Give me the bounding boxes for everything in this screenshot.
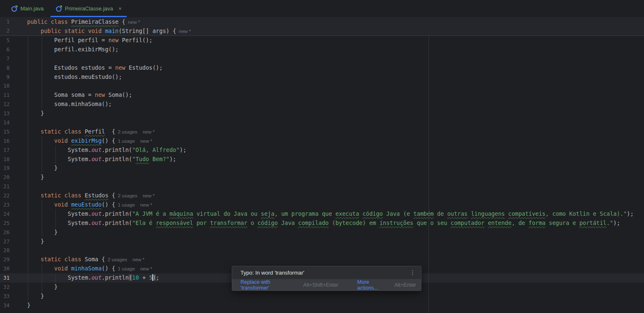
code-line[interactable]: 15 static class Perfil { 2 usages new * (0, 127, 644, 136)
line-number[interactable]: 17 (0, 146, 10, 155)
line-number[interactable]: 23 (0, 200, 10, 210)
code-line[interactable]: 8 Estudos estudos = new Estudos(); (0, 63, 644, 73)
inlay-hint[interactable]: 2 usages new * (105, 257, 145, 262)
line-number[interactable]: 14 (0, 118, 10, 127)
typo-message: Typo: In word 'transformar' (241, 270, 304, 276)
code-line[interactable]: 23 void meuEstudo() { 1 usage new * (0, 200, 644, 210)
more-actions-shortcut: Alt+Enter (394, 282, 416, 288)
code-line[interactable]: 28 (0, 246, 644, 255)
line-number[interactable]: 32 (0, 283, 10, 292)
line-number[interactable]: 19 (0, 164, 10, 173)
intention-popup-title-row: Typo: In word 'transformar' ⋮ (232, 266, 421, 279)
code-line[interactable]: 14 (0, 118, 644, 127)
line-number[interactable]: 12 (0, 100, 10, 109)
tab-label: Main.java (20, 5, 44, 12)
code-line[interactable]: 34} (0, 301, 644, 310)
line-number[interactable]: 33 (0, 292, 10, 301)
inlay-hint[interactable]: 1 usage new * (115, 266, 152, 271)
replace-action-shortcut: Alt+Shift+Enter (303, 282, 338, 288)
sticky-line[interactable]: 2 public static void main(String[] args)… (0, 26, 644, 35)
line-number[interactable]: 2 (0, 26, 10, 35)
code-line[interactable]: 12 soma.minhaSoma(); (0, 100, 644, 109)
replace-action-link[interactable]: Replace with 'transformer' (241, 279, 300, 291)
line-number[interactable]: 18 (0, 155, 10, 164)
kebab-menu-icon[interactable]: ⋮ (410, 269, 416, 276)
close-icon[interactable]: × (118, 6, 122, 11)
line-number[interactable]: 30 (0, 264, 10, 273)
inlay-hint[interactable]: new * (125, 20, 140, 25)
line-number[interactable]: 29 (0, 255, 10, 264)
line-number[interactable]: 5 (0, 36, 10, 45)
line-number[interactable]: 16 (0, 136, 10, 146)
line-number[interactable]: 25 (0, 219, 10, 228)
line-number[interactable]: 28 (0, 246, 10, 255)
code-line[interactable]: 7 (0, 54, 644, 63)
inlay-hint[interactable]: 1 usage new * (115, 139, 152, 144)
sticky-lines-panel: 1public class PrimeiraClasse { new *2 pu… (0, 17, 644, 36)
code-line[interactable]: 18 System.out.println("Tudo Bem?"); (0, 155, 644, 164)
code-line[interactable]: 26 } (0, 228, 644, 237)
inlay-hint[interactable]: new * (176, 29, 191, 34)
line-number[interactable]: 21 (0, 182, 10, 191)
code-line[interactable]: 16 void exibirMsg() { 1 usage new * (0, 136, 644, 146)
line-number[interactable]: 20 (0, 173, 10, 182)
line-number[interactable]: 1 (0, 17, 10, 26)
line-number[interactable]: 26 (0, 228, 10, 237)
inlay-hint[interactable]: 2 usages new * (115, 193, 155, 198)
java-class-icon (11, 5, 18, 12)
line-number[interactable]: 15 (0, 127, 10, 136)
java-class-icon (55, 5, 62, 12)
line-number[interactable]: 22 (0, 191, 10, 200)
line-number[interactable]: 13 (0, 109, 10, 118)
text-caret (152, 274, 153, 281)
sticky-line[interactable]: 1public class PrimeiraClasse { new * (0, 17, 644, 26)
line-number[interactable]: 27 (0, 237, 10, 246)
line-number[interactable]: 6 (0, 45, 10, 54)
code-line[interactable]: 9 estudos.meuEstudo(); (0, 73, 644, 82)
code-line[interactable]: 20 } (0, 173, 644, 182)
editor-tab-bar: Main.java PrimeiraClasse.java × (0, 0, 644, 17)
inlay-hint[interactable]: 2 usages new * (115, 129, 155, 134)
code-line[interactable]: 24 System.out.println("A JVM é a máquina… (0, 210, 644, 219)
code-line[interactable]: 21 (0, 182, 644, 191)
line-number[interactable]: 24 (0, 210, 10, 219)
line-number[interactable]: 31 (0, 273, 10, 283)
code-line[interactable]: 17 System.out.println("Olá, Alfredo"); (0, 146, 644, 155)
code-line[interactable]: 19 } (0, 164, 644, 173)
inlay-hint[interactable]: 1 usage new * (115, 202, 152, 207)
tab-primeiraclasse-java[interactable]: PrimeiraClasse.java × (50, 0, 128, 17)
intention-popup-actions: Replace with 'transformer' Alt+Shift+Ent… (232, 279, 421, 290)
tab-label: PrimeiraClasse.java (65, 5, 113, 12)
code-line[interactable]: 29 static class Soma { 2 usages new * (0, 255, 644, 264)
line-number[interactable]: 34 (0, 301, 10, 310)
code-line[interactable]: 13 } (0, 109, 644, 118)
editor[interactable]: 5 Perfil perfil = new Perfil();6 perfil.… (0, 36, 644, 313)
line-number[interactable]: 7 (0, 54, 10, 63)
more-actions-link[interactable]: More actions... (357, 279, 391, 291)
line-number[interactable]: 10 (0, 81, 10, 91)
code-line[interactable]: 11 Soma soma = new Soma(); (0, 91, 644, 100)
code-line[interactable]: 22 static class Estudos { 2 usages new * (0, 191, 644, 200)
code-line[interactable]: 5 Perfil perfil = new Perfil(); (0, 36, 644, 45)
code-line[interactable]: 25 System.out.println("Ela é responsável… (0, 219, 644, 228)
code-line[interactable]: 33 } (0, 292, 644, 301)
line-number[interactable]: 9 (0, 73, 10, 82)
intention-popup: Typo: In word 'transformar' ⋮ Replace wi… (232, 266, 421, 291)
line-number[interactable]: 11 (0, 91, 10, 100)
code-line[interactable]: 6 perfil.exibirMsg(); (0, 45, 644, 54)
tab-main-java[interactable]: Main.java (5, 0, 50, 17)
line-number[interactable]: 8 (0, 63, 10, 73)
code-line[interactable]: 27 } (0, 237, 644, 246)
code-line[interactable]: 10 (0, 81, 644, 91)
